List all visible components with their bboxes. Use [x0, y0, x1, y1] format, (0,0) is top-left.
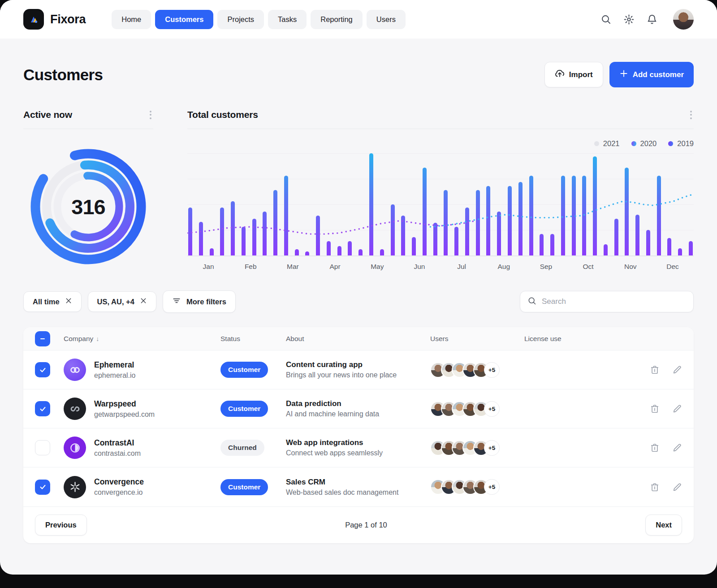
- table-row: Ephemeral ephemeral.io Customer Content …: [23, 350, 694, 389]
- legend-dot-2021: [594, 141, 599, 146]
- legend-2021: 2021: [594, 139, 620, 148]
- add-customer-label: Add customer: [633, 70, 684, 79]
- delete-icon[interactable]: [650, 404, 660, 414]
- ephemeral-logo-icon: [64, 359, 86, 381]
- divider: [187, 129, 694, 129]
- warpspeed-logo-icon: [64, 398, 86, 420]
- bell-icon[interactable]: [647, 14, 657, 25]
- about-subtitle: Brings all your news into one place: [286, 371, 430, 379]
- row-checkbox[interactable]: [35, 480, 50, 495]
- select-all-checkbox[interactable]: [35, 331, 50, 346]
- edit-icon[interactable]: [672, 365, 682, 375]
- nav-item-projects[interactable]: Projects: [217, 10, 264, 29]
- about-subtitle: AI and machine learning data: [286, 410, 430, 418]
- more-users-badge[interactable]: +5: [484, 401, 500, 417]
- nav-item-reporting[interactable]: Reporting: [311, 10, 363, 29]
- row-checkbox[interactable]: [35, 362, 50, 377]
- company-cell[interactable]: Warpspeed getwarpspeed.com: [64, 398, 220, 420]
- user-avatar[interactable]: [673, 9, 694, 30]
- kebab-menu-icon[interactable]: [688, 109, 694, 121]
- column-users[interactable]: Users: [430, 335, 524, 343]
- brand-name: Fixora: [50, 13, 86, 26]
- more-users-badge[interactable]: +5: [484, 362, 500, 378]
- nav-item-users[interactable]: Users: [367, 10, 406, 29]
- column-status[interactable]: Status: [220, 335, 286, 343]
- brand[interactable]: Fixora: [23, 9, 86, 30]
- delete-icon[interactable]: [650, 365, 660, 375]
- previous-page-button[interactable]: Previous: [35, 514, 87, 536]
- chip-time-label: All time: [33, 298, 60, 306]
- more-users-badge[interactable]: +5: [484, 479, 500, 495]
- users-cell: +5: [430, 362, 524, 378]
- status-badge: Customer: [220, 362, 268, 378]
- about-title: Data prediction: [286, 399, 430, 408]
- column-about[interactable]: About: [286, 335, 430, 343]
- chip-region-label: US, AU, +4: [97, 298, 134, 306]
- sort-descending-icon[interactable]: ↓: [96, 335, 99, 342]
- convergence-logo-icon: [64, 476, 86, 498]
- page-header: Customers Import Add customer: [23, 62, 694, 87]
- search-input[interactable]: [542, 297, 686, 306]
- month-label: Mar: [272, 263, 314, 271]
- company-cell[interactable]: Convergence convergence.io: [64, 476, 220, 498]
- row-checkbox[interactable]: [35, 401, 50, 416]
- header-actions: Import Add customer: [544, 62, 694, 87]
- edit-icon[interactable]: [672, 404, 682, 414]
- close-icon[interactable]: [65, 297, 72, 306]
- trend-line-2020: [430, 194, 694, 227]
- active-now-value: 316: [23, 142, 153, 272]
- company-cell[interactable]: Ephemeral ephemeral.io: [64, 359, 220, 381]
- delete-icon[interactable]: [650, 482, 660, 492]
- kebab-menu-icon[interactable]: [148, 109, 153, 121]
- table-row: Convergence convergence.io Customer Sale…: [23, 467, 694, 506]
- company-name: Convergence: [94, 477, 144, 487]
- users-cell: +5: [430, 401, 524, 417]
- more-filters-button[interactable]: More filters: [163, 290, 236, 313]
- close-icon[interactable]: [140, 297, 147, 306]
- column-company[interactable]: Company ↓: [64, 335, 220, 343]
- table-search[interactable]: [520, 291, 694, 312]
- next-page-button[interactable]: Next: [645, 514, 682, 536]
- bar-chart: [187, 153, 694, 256]
- divider: [23, 129, 153, 129]
- active-now-title: Active now: [23, 109, 72, 120]
- month-label: Feb: [229, 263, 272, 271]
- trend-line-2019: [187, 220, 476, 234]
- gear-icon[interactable]: [623, 14, 635, 25]
- nav-item-customers[interactable]: Customers: [155, 10, 213, 29]
- table-row: Warpspeed getwarpspeed.com Customer Data…: [23, 389, 694, 428]
- total-customers-title: Total customers: [187, 109, 258, 120]
- import-button[interactable]: Import: [544, 62, 603, 87]
- navbar-right: [600, 9, 694, 30]
- company-name: ContrastAI: [94, 438, 141, 448]
- delete-icon[interactable]: [650, 443, 660, 453]
- about-subtitle: Connect web apps seamlessly: [286, 449, 430, 457]
- filter-chip-all-time[interactable]: All time: [23, 291, 82, 312]
- nav-item-tasks[interactable]: Tasks: [268, 10, 307, 29]
- search-icon[interactable]: [600, 14, 611, 25]
- month-label: Apr: [314, 263, 356, 271]
- about-title: Web app integrations: [286, 438, 430, 447]
- table-row: ContrastAI contrastai.com Churned Web ap…: [23, 428, 694, 467]
- active-now-section: Active now: [23, 108, 153, 272]
- company-domain: contrastai.com: [94, 450, 141, 458]
- table-header: Company ↓ Status About Users License use: [23, 327, 694, 350]
- active-now-donut: 316: [23, 142, 153, 272]
- company-domain: getwarpspeed.com: [94, 411, 155, 419]
- month-label: Jul: [441, 263, 483, 271]
- chart-legend: 2021 2020 2019: [187, 139, 694, 148]
- about-subtitle: Web-based sales doc management: [286, 489, 430, 497]
- navbar: Fixora Home Customers Projects Tasks Rep…: [0, 0, 717, 39]
- row-checkbox[interactable]: [35, 440, 50, 455]
- company-cell[interactable]: ContrastAI contrastai.com: [64, 437, 220, 459]
- month-label: Nov: [609, 263, 652, 271]
- nav-item-home[interactable]: Home: [112, 10, 151, 29]
- customers-table: Company ↓ Status About Users License use: [23, 327, 694, 543]
- more-filters-label: More filters: [186, 298, 226, 306]
- filter-chip-region[interactable]: US, AU, +4: [88, 291, 156, 312]
- edit-icon[interactable]: [672, 482, 682, 492]
- column-license[interactable]: License use: [524, 335, 626, 343]
- edit-icon[interactable]: [672, 443, 682, 453]
- add-customer-button[interactable]: Add customer: [609, 62, 694, 87]
- more-users-badge[interactable]: +5: [484, 440, 500, 456]
